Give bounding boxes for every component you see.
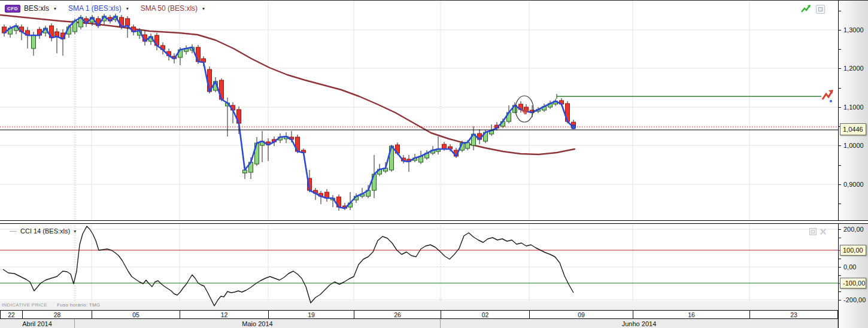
axis-tick xyxy=(839,11,841,11)
last-price-badge: 1,0446 xyxy=(840,123,866,135)
axis-tick xyxy=(839,107,841,108)
price-label: 1,0000 xyxy=(843,142,864,149)
cci-indicator-label[interactable]: CCI 14 (BES:xls) ▾ xyxy=(10,227,76,235)
cci-value-label: 0,00 xyxy=(843,263,856,271)
date-cell: 19 xyxy=(268,310,354,319)
close-pane-icon[interactable] xyxy=(820,229,826,235)
last-price-marker xyxy=(572,125,575,129)
month-cell: Junho 2014 xyxy=(441,319,838,328)
sma1-line[interactable] xyxy=(4,16,573,208)
pane-divider[interactable] xyxy=(0,220,868,224)
axis-tick xyxy=(839,184,841,185)
restore-window-icon[interactable] xyxy=(816,5,825,14)
chevron-down-icon[interactable]: ▾ xyxy=(74,229,76,234)
date-cell: 23 xyxy=(749,310,838,319)
trend-arrow-icon[interactable] xyxy=(801,4,811,14)
cci-value-label: -200,00 xyxy=(843,296,866,303)
axis-tick xyxy=(839,88,841,89)
timezone-label: Fuso horário: TMG xyxy=(57,302,100,308)
chevron-down-icon[interactable]: ▾ xyxy=(54,6,56,11)
date-cell: 05 xyxy=(92,310,180,319)
indicative-price-label: INDICATIVE PRICE xyxy=(2,302,47,308)
price-label: 1,1000 xyxy=(843,104,864,111)
pane-toolbar xyxy=(801,4,825,14)
cci-label-text: CCI 14 (BES:xls) xyxy=(20,227,70,235)
cci-band-badge: 100,00 xyxy=(840,245,866,256)
candle xyxy=(32,35,36,48)
date-cell: 09 xyxy=(529,310,633,319)
month-cell: Abril 2014 xyxy=(0,319,75,328)
position-dot-icon xyxy=(830,100,832,102)
cci-value-label: 200,00 xyxy=(843,226,864,233)
cci-line xyxy=(3,226,573,306)
axis-tick xyxy=(839,30,841,31)
month-axis: Abril 2014Maio 2014Junho 2014 xyxy=(0,319,838,328)
cci-bottom-strip xyxy=(0,301,838,310)
sma1-legend[interactable]: SMA 1 (BES:xls) xyxy=(68,4,122,13)
candlestick-chart[interactable] xyxy=(0,1,838,220)
chart-legend: CFD BES:xls ▾ SMA 1 (BES:xls) ▾ SMA 50 (… xyxy=(5,4,205,13)
axis-tick xyxy=(839,291,841,292)
axis-tick xyxy=(839,229,841,230)
chevron-down-icon[interactable]: ▾ xyxy=(202,6,205,11)
cci-band-badge: -100,00 xyxy=(840,278,866,288)
axis-tick xyxy=(839,68,841,69)
axis-tick xyxy=(839,238,841,238)
sma50-line[interactable] xyxy=(0,15,575,154)
time-axis[interactable]: 22280512192602091623 xyxy=(0,310,838,319)
axis-tick xyxy=(839,267,841,268)
cci-chart[interactable] xyxy=(0,223,838,310)
price-label: 1,3000 xyxy=(843,26,864,34)
position-arrow-icon[interactable] xyxy=(823,92,831,99)
date-cell: 26 xyxy=(354,310,441,319)
date-cell: 28 xyxy=(22,310,92,319)
restore-pane-icon[interactable] xyxy=(809,228,817,235)
date-cell: 22 xyxy=(0,310,22,319)
axis-tick xyxy=(839,275,841,276)
axis-tick xyxy=(839,259,841,259)
price-axis[interactable]: 1,30001,20001,10001,00000,9000200,000,00… xyxy=(838,1,868,328)
axis-tick xyxy=(839,165,841,166)
cci-indicator-pane[interactable] xyxy=(0,223,838,310)
date-cell: 02 xyxy=(441,310,529,319)
sma50-legend[interactable]: SMA 50 (BES:xls) xyxy=(141,4,198,13)
main-price-pane[interactable] xyxy=(0,1,838,220)
date-cell: 12 xyxy=(180,310,268,319)
price-label: 1,2000 xyxy=(843,65,864,72)
axis-tick xyxy=(839,49,841,50)
trading-chart-window: CFD BES:xls ▾ SMA 1 (BES:xls) ▾ SMA 50 (… xyxy=(0,0,868,328)
chevron-down-icon[interactable]: ▾ xyxy=(126,6,129,11)
symbol-selector[interactable]: BES:xls xyxy=(24,4,49,13)
cfd-badge: CFD xyxy=(5,5,20,13)
month-cell: Maio 2014 xyxy=(75,319,441,328)
price-label: 0,9000 xyxy=(843,181,864,188)
candle xyxy=(126,19,130,26)
axis-tick xyxy=(839,300,841,300)
cci-pane-buttons xyxy=(809,228,826,235)
status-bar: INDICATIVE PRICE Fuso horário: TMG xyxy=(2,302,100,308)
date-cell: 16 xyxy=(633,310,749,319)
axis-tick xyxy=(839,145,841,146)
axis-tick xyxy=(839,204,841,204)
